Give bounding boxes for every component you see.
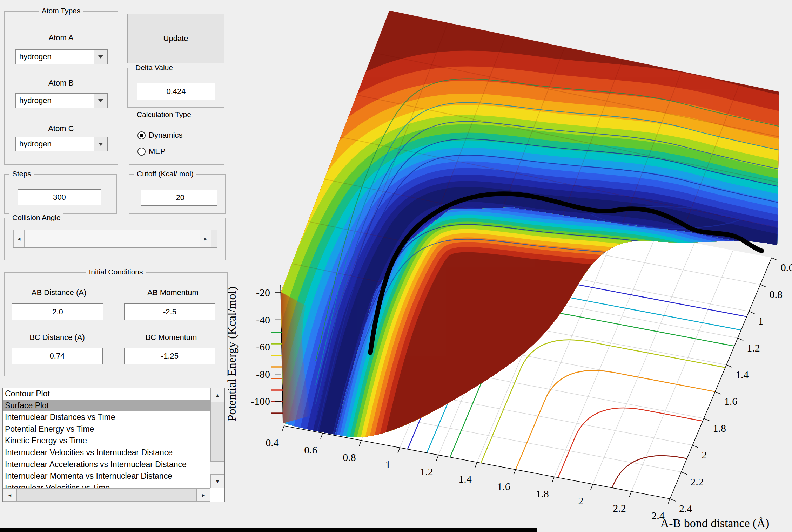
depth-tick-label: 2.4 [679,503,692,514]
horizontal-scroll-thumb[interactable] [17,488,196,502]
calculation-type-legend: Calculation Type [134,110,194,119]
collision-angle-slider[interactable]: ◂ ▸ [13,230,217,248]
x-tick-label: 0.4 [266,437,279,448]
dynamics-radio[interactable] [137,131,146,139]
depth-tick-label: 0.6 [781,261,792,273]
cutoff-legend: Cutoff (Kcal/ mol) [134,170,196,178]
delta-value-panel: Delta Value 0.424 [127,68,224,108]
atom-b-dropdown[interactable]: hydrogen [15,93,108,108]
atom-b-value: hydrogen [16,94,94,108]
slider-track-end[interactable] [211,230,217,247]
x-tick-label: 0.6 [304,444,317,456]
atom-a-dropdown-button[interactable] [94,50,107,64]
z-tick-label: -40 [256,314,270,326]
bc-distance-field[interactable]: 0.74 [12,348,103,364]
ab-momentum-label: AB Momentum [126,288,220,297]
bc-momentum-label: BC Momentum [124,333,219,342]
x-tick-label: 1 [385,458,391,470]
depth-tick-label: 1.2 [747,342,760,354]
slider-right-arrow[interactable]: ▸ [200,230,211,247]
scroll-down-arrow[interactable]: ▾ [210,474,224,488]
z-tick-label: -80 [256,368,270,380]
window-edge [0,528,537,532]
list-item-surface-plot[interactable]: Surface Plot [3,400,210,412]
collision-angle-legend: Collision Angle [9,213,63,222]
depth-tick-label: 0.8 [770,288,783,300]
radio-selected-dot [140,134,143,137]
atom-a-value: hydrogen [16,50,94,64]
depth-tick-label: 1 [758,315,763,327]
x-axis-label: A-B bond distance (Å) [660,517,770,530]
list-item-velocities-time[interactable]: Internulear Velocities vs Time [3,482,210,488]
steps-field[interactable]: 300 [18,189,101,205]
slider-thumb[interactable] [25,230,200,247]
ab-momentum-field[interactable]: -2.5 [124,303,215,320]
mep-radio[interactable] [137,148,146,156]
bc-momentum-field[interactable]: -1.25 [124,348,215,364]
x-tick-label: 1.6 [497,480,510,492]
bc-distance-label: BC Distance (A) [10,333,105,342]
plot-type-list: Contour Plot Surface Plot Internuclear D… [3,388,210,488]
dynamics-radio-row[interactable]: Dynamics [137,131,183,140]
list-item-accelerations-distance[interactable]: Internuclear Accelerations vs Internucle… [3,459,210,471]
scroll-right-arrow[interactable]: ▸ [196,488,210,502]
scroll-left-arrow[interactable]: ◂ [3,488,17,502]
atom-a-dropdown[interactable]: hydrogen [15,49,108,64]
chevron-down-icon [98,143,103,146]
list-item-contour-plot[interactable]: Contour Plot [3,388,210,400]
atom-c-value: hydrogen [16,137,94,151]
atom-types-panel: Atom Types Atom A hydrogen Atom B hydrog… [4,11,118,165]
x-tick-label: 0.8 [343,451,356,463]
list-item-velocities-distance[interactable]: Internuclear Velocities vs Internuclear … [3,447,210,459]
slider-left-arrow[interactable]: ◂ [13,230,25,247]
cutoff-panel: Cutoff (Kcal/ mol) -20 [129,174,226,214]
ab-distance-label: AB Distance (A) [12,288,106,297]
x-tick-label: 1.2 [420,466,433,477]
list-item-potential-energy[interactable]: Potential Energy vs Time [3,423,210,435]
steps-legend: Steps [9,170,34,178]
app-window: { "window": {"background": "#efefef"}, "… [0,0,792,532]
depth-tick-label: 1.4 [736,369,749,380]
ab-distance-field[interactable]: 2.0 [12,303,103,320]
collision-angle-panel: Collision Angle ◂ ▸ [4,218,226,260]
atom-c-label: Atom C [5,124,118,133]
atom-b-label: Atom B [5,79,118,88]
update-button[interactable]: Update [127,14,224,63]
depth-tick-label: 1.6 [724,395,738,407]
z-tick-label: -20 [256,287,270,298]
scroll-up-arrow[interactable]: ▴ [210,388,224,402]
vertical-scroll-thumb[interactable] [210,402,224,462]
initial-conditions-panel: Initial Conditions AB Distance (A) AB Mo… [4,272,228,376]
horizontal-scrollbar[interactable]: ◂ ▸ [3,488,210,502]
delta-value-field[interactable]: 0.424 [137,83,215,100]
initial-conditions-legend: Initial Conditions [86,268,146,276]
x-tick-label: 1.8 [536,488,549,499]
cutoff-field[interactable]: -20 [141,190,217,206]
delta-value-legend: Delta Value [133,63,176,72]
z-tick-label: -60 [256,341,270,353]
vertical-scrollbar[interactable]: ▴ ▾ [210,388,224,488]
x-tick-label: 2 [578,495,584,506]
x-tick-label: 2.2 [613,502,626,514]
atom-types-legend: Atom Types [39,7,83,15]
depth-tick-label: 1.8 [713,422,726,434]
list-item-internuclear-distances[interactable]: Internuclear Distances vs Time [3,411,210,423]
atom-b-dropdown-button[interactable] [94,94,107,108]
list-item-kinetic-energy[interactable]: Kinetic Energy vs Time [3,435,210,447]
atom-c-dropdown[interactable]: hydrogen [15,137,108,151]
calculation-type-panel: Calculation Type Dynamics MEP [129,115,224,165]
dynamics-radio-label: Dynamics [149,131,183,140]
chevron-down-icon [98,99,103,102]
atom-c-dropdown-button[interactable] [94,137,107,151]
mep-radio-label: MEP [149,147,166,156]
x-tick-label: 1.4 [458,473,472,485]
plot-type-listbox[interactable]: Contour Plot Surface Plot Internuclear D… [2,388,225,502]
mep-radio-row[interactable]: MEP [137,147,166,156]
atom-a-label: Atom A [5,33,118,42]
z-tick-label: -100 [251,395,270,407]
depth-tick-label: 2 [702,449,707,461]
list-item-momenta-distance[interactable]: Internuclear Momenta vs Internuclear Dis… [3,470,210,482]
depth-tick-label: 2.2 [690,476,704,487]
chevron-down-icon [98,55,103,59]
steps-panel: Steps 300 [4,174,117,214]
